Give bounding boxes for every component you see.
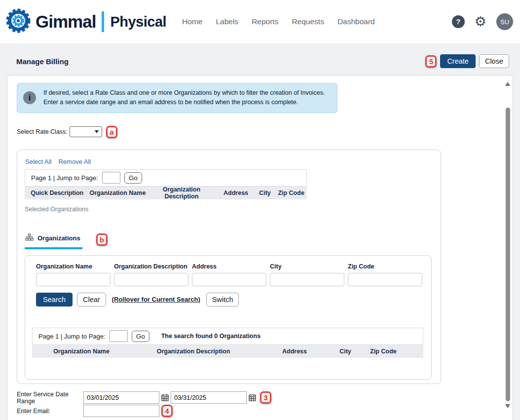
tab-organizations-label: Organizations: [37, 234, 80, 242]
jump-to-page-input-2[interactable]: [110, 330, 128, 342]
app-header: Gimmal Physical Home Labels Reports Requ…: [0, 0, 520, 43]
search-results-pagination: Page 1 | Jump to Page: Go The search fou…: [32, 328, 423, 345]
rollover-current-search-link[interactable]: (Rollover for Current Search): [112, 296, 200, 303]
brand-name: Gimmal: [36, 12, 96, 32]
nav-home[interactable]: Home: [182, 17, 202, 26]
column-city-2: City: [333, 348, 358, 355]
sitemap-icon: [25, 233, 34, 243]
field-zip-code: Zip Code: [348, 263, 422, 286]
title-actions: 5 Create Close: [425, 54, 509, 68]
calendar-icon-from[interactable]: [161, 394, 169, 401]
search-button[interactable]: Search: [36, 293, 73, 306]
search-results-table-header: Organization Name Organization Descripti…: [32, 345, 423, 358]
column-zip-code: Zip Code: [275, 190, 307, 196]
column-organization-name-2: Organization Name: [32, 348, 131, 355]
jump-to-page-input[interactable]: [102, 172, 120, 184]
column-city: City: [255, 190, 276, 196]
rate-class-label: Select Rate Class:: [17, 128, 68, 135]
page-jump-label: Page 1 | Jump to Page:: [31, 174, 98, 182]
selected-orgs-pagination: Page 1 | Jump to Page: Go: [25, 169, 307, 187]
organizations-selection-panel: Select All Remove All Page 1 | Jump to P…: [17, 150, 441, 384]
organization-name-input[interactable]: [36, 273, 111, 286]
field-organization-description: Organization Description: [114, 263, 188, 286]
annotation-badge-a: a: [106, 126, 117, 138]
city-input[interactable]: [270, 273, 344, 286]
search-buttons-row: Search Clear (Rollover for Current Searc…: [32, 293, 423, 306]
vertical-scrollbar[interactable]: [504, 78, 511, 420]
email-input[interactable]: [83, 405, 159, 417]
annotation-badge-4: 4: [161, 405, 173, 417]
zip-code-label: Zip Code: [348, 263, 422, 270]
service-date-range-label: Enter Service Date Range: [17, 391, 83, 405]
title-row: Manage Billing 5 Create Close: [0, 50, 520, 72]
email-label: Enter Email:: [17, 408, 83, 415]
settings-gear-icon[interactable]: ⚙: [475, 15, 486, 29]
main-nav: Home Labels Reports Requests Dashboard: [182, 17, 375, 26]
field-address: Address: [192, 263, 266, 286]
go-button-2[interactable]: Go: [132, 331, 149, 342]
organization-search-panel: Organization Name Organization Descripti…: [25, 255, 432, 380]
service-date-range-row: Enter Service Date Range 3: [17, 391, 493, 404]
close-button[interactable]: Close: [479, 54, 509, 68]
column-address: Address: [217, 190, 254, 196]
column-address-2: Address: [256, 348, 333, 355]
nav-requests[interactable]: Requests: [292, 17, 324, 26]
date-to-input[interactable]: [171, 391, 247, 404]
rate-class-select[interactable]: [70, 126, 102, 137]
header-actions: ? ⚙ SU: [452, 13, 513, 30]
page-background: Manage Billing 5 Create Close i If desir…: [0, 43, 520, 420]
column-organization-description: Organization Description: [146, 186, 217, 200]
billing-bottom-form: Enter Service Date Range 3: [17, 391, 493, 418]
clear-button[interactable]: Clear: [77, 293, 106, 306]
nav-labels[interactable]: Labels: [216, 17, 238, 26]
remove-all-link[interactable]: Remove All: [58, 158, 91, 165]
help-icon[interactable]: ?: [452, 15, 465, 28]
annotation-badge-5: 5: [425, 55, 437, 68]
calendar-icon-to[interactable]: [249, 394, 256, 401]
gimmal-logo[interactable]: Gimmal Physical: [5, 7, 166, 36]
create-button[interactable]: Create: [440, 54, 476, 68]
city-label: City: [270, 263, 344, 270]
logo-divider: [102, 11, 104, 32]
organization-description-input[interactable]: [114, 273, 188, 286]
select-links-row: Select All Remove All: [25, 158, 434, 165]
user-avatar[interactable]: SU: [496, 13, 513, 30]
email-row: Enter Email: 4: [17, 405, 493, 418]
rate-class-row: Select Rate Class: a: [17, 126, 493, 138]
page-jump-label-2: Page 1 | Jump to Page:: [38, 333, 106, 340]
nav-reports[interactable]: Reports: [252, 17, 278, 26]
scrollbar-down-arrow-icon[interactable]: [505, 404, 510, 408]
tab-row: Organizations b: [25, 233, 434, 249]
date-from-input[interactable]: [83, 391, 159, 404]
gimmal-gear-logo-icon: [5, 7, 32, 36]
organization-description-label: Organization Description: [114, 263, 188, 270]
info-text: If desired, select a Rate Class and one …: [43, 88, 329, 108]
search-fields-row: Organization Name Organization Descripti…: [32, 263, 423, 286]
address-input[interactable]: [192, 273, 266, 286]
product-name: Physical: [110, 14, 166, 30]
column-quick-description: Quick Description: [25, 190, 89, 196]
column-zip-code-2: Zip Code: [358, 348, 409, 355]
scrollbar-thumb[interactable]: [506, 108, 510, 401]
chevron-down-icon: [95, 130, 99, 133]
annotation-badge-b: b: [96, 233, 108, 246]
organization-name-label: Organization Name: [36, 263, 111, 270]
address-label: Address: [192, 263, 266, 270]
info-icon: i: [23, 91, 36, 104]
field-organization-name: Organization Name: [36, 263, 111, 286]
selected-organizations-label: Selected Organizations: [25, 206, 434, 213]
select-all-link[interactable]: Select All: [25, 158, 51, 165]
switch-button[interactable]: Switch: [206, 293, 239, 306]
tab-organizations[interactable]: Organizations: [25, 233, 82, 249]
page-title: Manage Billing: [16, 57, 69, 66]
scrollbar-up-arrow-icon[interactable]: [505, 82, 510, 86]
info-banner: i If desired, select a Rate Class and on…: [17, 83, 337, 113]
field-city: City: [270, 263, 344, 286]
manage-billing-panel: i If desired, select a Rate Class and on…: [7, 75, 513, 420]
zip-code-input[interactable]: [348, 273, 422, 286]
nav-dashboard[interactable]: Dashboard: [337, 17, 375, 26]
column-organization-name: Organization Name: [89, 190, 146, 196]
go-button[interactable]: Go: [124, 172, 142, 184]
column-organization-description-2: Organization Description: [131, 348, 256, 355]
annotation-badge-3: 3: [260, 391, 271, 404]
